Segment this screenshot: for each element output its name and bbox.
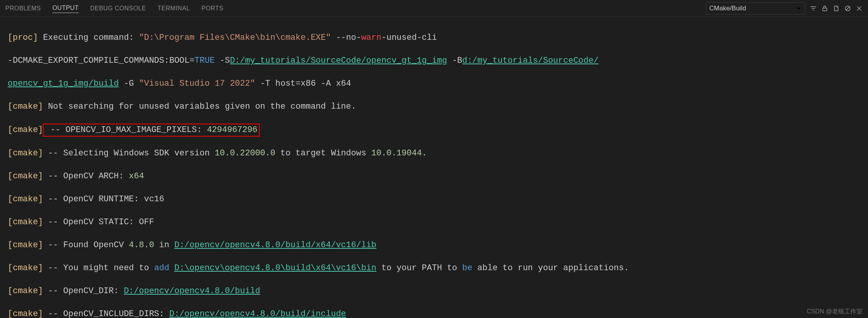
output-line: -DCMAKE_EXPORT_COMPILE_COMMANDS:BOOL=TRU… [8, 55, 860, 67]
log-tag-cmake: [cmake] [8, 171, 43, 181]
log-tag-cmake: [cmake] [8, 148, 43, 158]
log-tag-cmake: [cmake] [8, 102, 43, 111]
tab-output[interactable]: OUTPUT [52, 3, 79, 13]
output-line: [cmake] -- OpenCV STATIC: OFF [8, 217, 860, 228]
log-tag-cmake: [cmake] [8, 194, 43, 204]
panel-header: PROBLEMS OUTPUT DEBUG CONSOLE TERMINAL P… [0, 0, 868, 17]
log-tag-proc: [proc] [8, 33, 38, 42]
tab-terminal[interactable]: TERMINAL [158, 4, 190, 13]
output-line: [cmake] -- Selecting Windows SDK version… [8, 148, 860, 159]
output-channel-select[interactable]: CMake/Build [706, 2, 805, 15]
output-line: opencv_gt_1g_img/build -G "Visual Studio… [8, 78, 860, 90]
filter-icon[interactable] [810, 5, 817, 12]
log-tag-cmake: [cmake] [8, 263, 43, 273]
open-log-file-icon[interactable] [833, 5, 840, 12]
chevron-down-icon [796, 5, 802, 11]
highlight-box: -- OPENCV_IO_MAX_IMAGE_PIXELS: 429496729… [43, 124, 260, 137]
path-link[interactable]: D:/opencv/opencv4.8.0/build [124, 286, 260, 296]
log-tag-cmake: [cmake] [8, 125, 43, 135]
watermark: CSDN @老狼工作室 [807, 308, 863, 316]
path-link[interactable]: D:\opencv\opencv4.8.0\build\x64\vc16\bin [174, 263, 376, 273]
log-tag-cmake: [cmake] [8, 286, 43, 296]
log-tag-cmake: [cmake] [8, 309, 43, 318]
output-channel-label: CMake/Build [709, 5, 746, 12]
tab-debug-console[interactable]: DEBUG CONSOLE [90, 4, 146, 13]
clear-output-icon[interactable] [844, 5, 851, 12]
close-panel-icon[interactable] [856, 5, 863, 12]
panel-tabs: PROBLEMS OUTPUT DEBUG CONSOLE TERMINAL P… [5, 3, 223, 13]
output-line: [cmake] -- OpenCV_INCLUDE_DIRS: D:/openc… [8, 308, 860, 318]
output-line: [cmake] -- Found OpenCV 4.8.0 in D:/open… [8, 240, 860, 251]
svg-rect-3 [823, 8, 827, 11]
output-line: [cmake] -- OpenCV ARCH: x64 [8, 171, 860, 182]
path-link[interactable]: D:/opencv/opencv4.8.0/build/include [169, 309, 346, 318]
output-line: [cmake] -- You might need to add D:\open… [8, 263, 860, 274]
log-tag-cmake: [cmake] [8, 217, 43, 227]
path-link[interactable]: D:/opencv/opencv4.8.0/build/x64/vc16/lib [174, 240, 376, 250]
output-line: [cmake] -- OpenCV_DIR: D:/opencv/opencv4… [8, 285, 860, 297]
output-content: [proc] Executing command: "D:\Program Fi… [0, 17, 868, 318]
svg-line-5 [846, 7, 850, 10]
output-line: [proc] Executing command: "D:\Program Fi… [8, 32, 860, 44]
log-tag-cmake: [cmake] [8, 240, 43, 250]
tab-ports[interactable]: PORTS [202, 4, 223, 13]
tab-problems[interactable]: PROBLEMS [5, 4, 41, 13]
output-line: [cmake] -- OPENCV_IO_MAX_IMAGE_PIXELS: 4… [8, 124, 860, 136]
output-line: [cmake] -- OpenCV RUNTIME: vc16 [8, 194, 860, 205]
lock-icon[interactable] [821, 5, 828, 12]
panel-actions: CMake/Build [706, 2, 863, 15]
output-line: [cmake] Not searching for unused variabl… [8, 101, 860, 113]
